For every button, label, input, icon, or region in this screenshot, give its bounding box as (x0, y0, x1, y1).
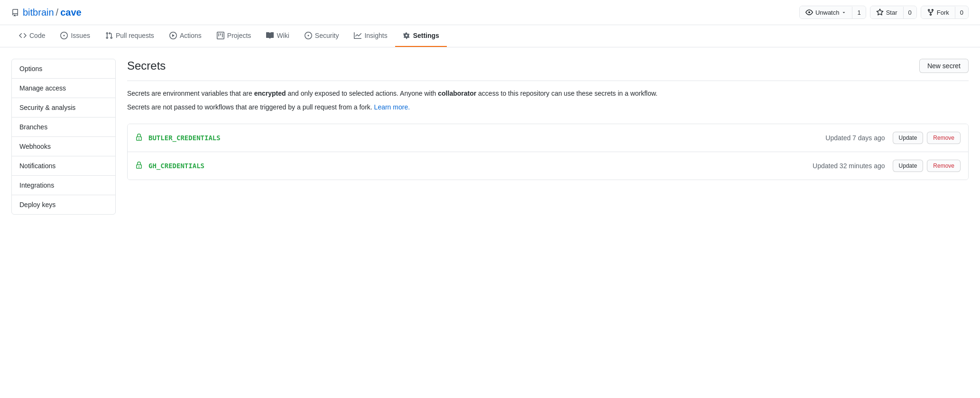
fork-label: Fork (937, 9, 949, 16)
tab-code-label: Code (29, 32, 45, 39)
sidebar-item-security-analysis[interactable]: Security & analysis (12, 98, 115, 118)
settings-icon (403, 32, 410, 39)
tab-wiki[interactable]: Wiki (259, 25, 296, 47)
actions-icon (169, 32, 177, 39)
tab-code[interactable]: Code (11, 25, 53, 47)
star-group: Star 0 (870, 6, 917, 19)
sidebar-item-options-label: Options (19, 65, 42, 72)
secret-actions-butler: Update Remove (893, 132, 961, 144)
sidebar-item-branches-label: Branches (19, 123, 47, 131)
sidebar-item-branches[interactable]: Branches (12, 118, 115, 137)
tab-security-label: Security (315, 32, 339, 39)
sidebar-item-webhooks[interactable]: Webhooks (12, 137, 115, 156)
pr-icon (105, 32, 113, 39)
content-header: Secrets New secret (127, 59, 969, 73)
remove-butler-button[interactable]: Remove (927, 132, 961, 144)
tab-pr-label: Pull requests (116, 32, 154, 39)
insights-icon (354, 32, 361, 39)
sidebar-item-manage-access-label: Manage access (19, 84, 66, 92)
tab-settings-label: Settings (413, 32, 439, 39)
repo-name-link[interactable]: cave (60, 7, 82, 18)
fork-count[interactable]: 0 (955, 7, 968, 18)
main-content: Options Manage access Security & analysi… (0, 47, 980, 226)
unwatch-group: Unwatch 1 (799, 6, 866, 19)
encrypted-bold: encrypted (254, 90, 286, 97)
sidebar-item-manage-access[interactable]: Manage access (12, 79, 115, 98)
secrets-note: Secrets are not passed to workflows that… (127, 102, 969, 112)
code-icon (19, 32, 27, 39)
sidebar-item-deploy-keys-label: Deploy keys (19, 201, 55, 208)
tab-actions[interactable]: Actions (162, 25, 209, 47)
lock-icon-butler (135, 134, 143, 143)
fork-group: Fork 0 (921, 6, 969, 19)
secret-updated-butler: Updated 7 days ago (825, 134, 885, 142)
learn-more-link[interactable]: Learn more. (374, 103, 410, 111)
content-divider (127, 81, 969, 81)
update-butler-button[interactable]: Update (893, 132, 924, 144)
tab-issues[interactable]: Issues (53, 25, 97, 47)
star-button[interactable]: Star (870, 6, 903, 18)
nav-tabs: Code Issues Pull requests Actions Projec… (0, 25, 980, 47)
secret-actions-gh: Update Remove (893, 160, 961, 172)
unwatch-label: Unwatch (815, 9, 840, 16)
repo-owner-link[interactable]: bitbrain (23, 7, 54, 18)
star-count[interactable]: 0 (903, 7, 916, 18)
fork-button[interactable]: Fork (921, 6, 955, 18)
sidebar-item-integrations[interactable]: Integrations (12, 176, 115, 195)
update-gh-button[interactable]: Update (893, 160, 924, 172)
secrets-description: Secrets are environment variables that a… (127, 89, 969, 99)
tab-actions-label: Actions (180, 32, 202, 39)
collaborator-bold: collaborator (438, 90, 476, 97)
repo-separator: / (56, 7, 59, 18)
header-actions: Unwatch 1 Star 0 Fork (799, 6, 969, 19)
tab-projects[interactable]: Projects (209, 25, 259, 47)
issues-icon (60, 32, 68, 39)
lock-icon-gh (135, 162, 143, 171)
secret-name-gh: GH_CREDENTIALS (148, 162, 204, 170)
note-text: Secrets are not passed to workflows that… (127, 103, 374, 111)
chevron-down-icon (841, 10, 846, 15)
new-secret-button[interactable]: New secret (919, 59, 969, 73)
secret-row: BUTLER_CREDENTIALS Updated 7 days ago Up… (128, 124, 968, 152)
remove-gh-button[interactable]: Remove (927, 160, 961, 172)
unwatch-button[interactable]: Unwatch (800, 6, 852, 18)
wiki-icon (266, 32, 274, 39)
unwatch-count[interactable]: 1 (852, 7, 865, 18)
secrets-content: Secrets New secret Secrets are environme… (127, 59, 969, 215)
tab-projects-label: Projects (227, 32, 251, 39)
tab-wiki-label: Wiki (277, 32, 289, 39)
sidebar-item-deploy-keys[interactable]: Deploy keys (12, 195, 115, 214)
fork-icon (927, 9, 934, 16)
eye-icon (805, 9, 813, 16)
tab-issues-label: Issues (71, 32, 90, 39)
tab-insights-label: Insights (364, 32, 387, 39)
secrets-list: BUTLER_CREDENTIALS Updated 7 days ago Up… (127, 124, 969, 180)
tab-security[interactable]: Security (297, 25, 347, 47)
star-icon (876, 9, 884, 16)
security-icon (305, 32, 312, 39)
secret-updated-gh: Updated 32 minutes ago (813, 162, 885, 170)
sidebar-item-notifications[interactable]: Notifications (12, 156, 115, 176)
page-title: Secrets (127, 59, 166, 72)
star-label: Star (886, 9, 897, 16)
projects-icon (217, 32, 224, 39)
tab-insights[interactable]: Insights (346, 25, 395, 47)
tab-pull-requests[interactable]: Pull requests (98, 25, 162, 47)
sidebar-item-webhooks-label: Webhooks (19, 143, 51, 150)
tab-settings[interactable]: Settings (395, 25, 447, 47)
sidebar-item-security-analysis-label: Security & analysis (19, 104, 75, 111)
repo-icon (11, 8, 19, 16)
sidebar-item-notifications-label: Notifications (19, 162, 55, 170)
secret-row: GH_CREDENTIALS Updated 32 minutes ago Up… (128, 152, 968, 180)
sidebar-item-integrations-label: Integrations (19, 181, 54, 189)
repo-title: bitbrain/cave (23, 7, 82, 18)
secret-name-butler: BUTLER_CREDENTIALS (148, 134, 221, 142)
header: bitbrain/cave Unwatch 1 Star (0, 0, 980, 25)
sidebar: Options Manage access Security & analysi… (11, 59, 116, 215)
sidebar-item-options[interactable]: Options (12, 59, 115, 79)
